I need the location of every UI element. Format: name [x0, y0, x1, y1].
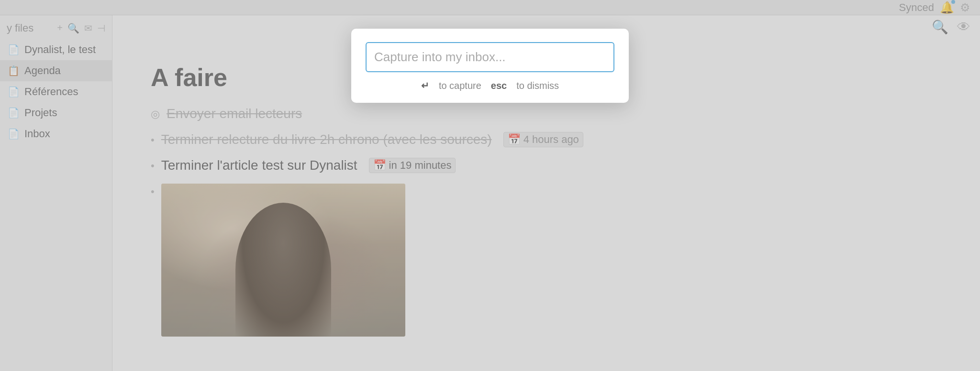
- to-capture-label: to capture: [439, 80, 481, 91]
- modal-hint: ↵ to capture esc to dismiss: [366, 80, 614, 91]
- capture-input[interactable]: [366, 42, 614, 72]
- esc-key: esc: [491, 80, 507, 91]
- to-dismiss-label: to dismiss: [516, 80, 559, 91]
- enter-key: ↵: [421, 80, 429, 91]
- modal-overlay: ↵ to capture esc to dismiss: [0, 0, 980, 371]
- capture-modal: ↵ to capture esc to dismiss: [351, 29, 629, 103]
